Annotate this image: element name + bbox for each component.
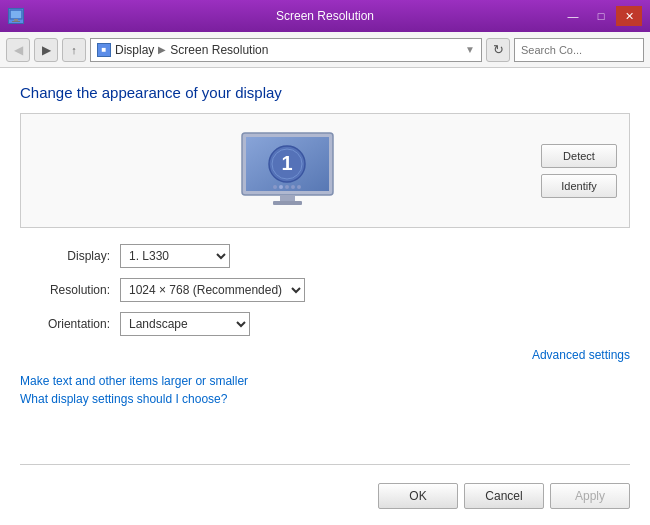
title-bar: Screen Resolution — □ ✕ — [0, 0, 650, 32]
resolution-row: Resolution: 1024 × 768 (Recommended) — [20, 278, 630, 302]
svg-rect-16 — [273, 201, 302, 205]
title-bar-left — [8, 8, 24, 24]
divider — [20, 464, 630, 465]
display-select[interactable]: 1. L330 — [120, 244, 230, 268]
refresh-button[interactable]: ↻ — [486, 38, 510, 62]
search-input[interactable] — [521, 44, 650, 56]
identify-button[interactable]: Identify — [541, 174, 617, 198]
main-content: Change the appearance of your display — [0, 68, 650, 525]
maximize-button[interactable]: □ — [588, 6, 614, 26]
monitor-icon: 1 — [240, 131, 335, 211]
monitor-display: 1 — [33, 131, 541, 211]
page-heading: Change the appearance of your display — [20, 84, 630, 101]
address-bar: ◀ ▶ ↑ ■ Display ▶ Screen Resolution ▼ ↻ … — [0, 32, 650, 68]
search-box[interactable]: 🔍 — [514, 38, 644, 62]
svg-point-10 — [273, 185, 277, 189]
resolution-label: Resolution: — [20, 283, 110, 297]
resolution-select[interactable]: 1024 × 768 (Recommended) — [120, 278, 305, 302]
svg-point-13 — [291, 185, 295, 189]
form-section: Display: 1. L330 Resolution: 1024 × 768 … — [20, 244, 630, 336]
svg-point-12 — [285, 185, 289, 189]
detect-button[interactable]: Detect — [541, 144, 617, 168]
apply-button[interactable]: Apply — [550, 483, 630, 509]
svg-point-11 — [279, 185, 283, 189]
cancel-button[interactable]: Cancel — [464, 483, 544, 509]
monitor-area: 1 Detect Identify — [20, 113, 630, 228]
path-display: Display — [115, 43, 154, 57]
advanced-link-row: Advanced settings — [20, 348, 630, 362]
path-sep: ▶ — [158, 44, 166, 55]
path-screen-resolution: Screen Resolution — [170, 43, 268, 57]
svg-rect-15 — [280, 195, 295, 201]
path-icon: ■ — [97, 43, 111, 57]
svg-rect-2 — [14, 19, 18, 21]
up-button[interactable]: ↑ — [62, 38, 86, 62]
orientation-select[interactable]: Landscape — [120, 312, 250, 336]
window-title: Screen Resolution — [0, 9, 650, 23]
ok-button[interactable]: OK — [378, 483, 458, 509]
button-bar: OK Cancel Apply — [20, 475, 630, 509]
close-button[interactable]: ✕ — [616, 6, 642, 26]
display-settings-link[interactable]: What display settings should I choose? — [20, 392, 630, 406]
title-bar-controls: — □ ✕ — [560, 6, 642, 26]
minimize-button[interactable]: — — [560, 6, 586, 26]
svg-point-14 — [297, 185, 301, 189]
back-button[interactable]: ◀ — [6, 38, 30, 62]
help-links: Make text and other items larger or smal… — [20, 374, 630, 406]
display-label: Display: — [20, 249, 110, 263]
monitor-buttons: Detect Identify — [541, 144, 617, 198]
svg-text:1: 1 — [281, 152, 292, 174]
orientation-row: Orientation: Landscape — [20, 312, 630, 336]
address-path[interactable]: ■ Display ▶ Screen Resolution ▼ — [90, 38, 482, 62]
display-row: Display: 1. L330 — [20, 244, 630, 268]
svg-rect-3 — [12, 21, 20, 22]
forward-button[interactable]: ▶ — [34, 38, 58, 62]
orientation-label: Orientation: — [20, 317, 110, 331]
text-size-link[interactable]: Make text and other items larger or smal… — [20, 374, 630, 388]
svg-rect-1 — [11, 11, 21, 18]
advanced-settings-link[interactable]: Advanced settings — [532, 348, 630, 362]
app-icon — [8, 8, 24, 24]
